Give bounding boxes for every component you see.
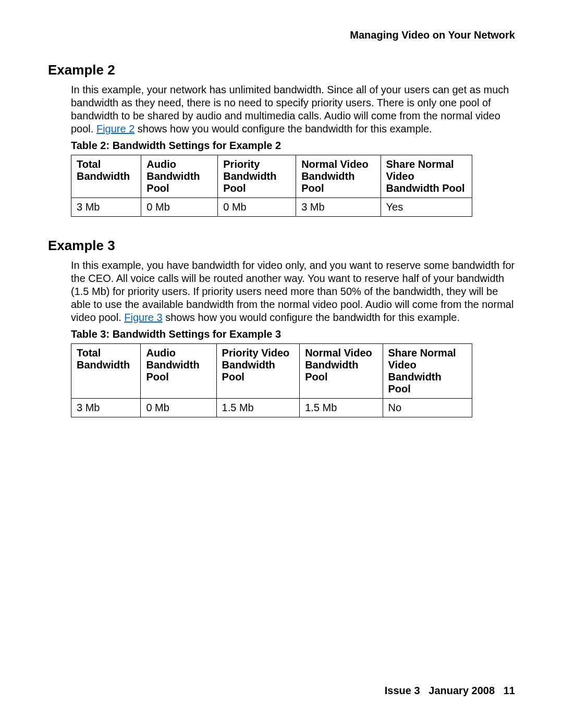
table-header-cell: Total Bandwidth (71, 344, 141, 399)
figure-3-link[interactable]: Figure 3 (124, 312, 162, 323)
table-cell: 3 Mb (296, 198, 381, 217)
table-header-cell: Normal Video Bandwidth Pool (296, 155, 381, 198)
table-cell: 1.5 Mb (216, 399, 300, 417)
footer-issue: Issue 3 (385, 685, 420, 696)
table-header-cell: Share Normal Video Bandwidth Pool (381, 155, 472, 198)
table-header-cell: Priority Bandwidth Pool (218, 155, 296, 198)
table-header-cell: Share Normal Video Bandwidth Pool (383, 344, 472, 399)
example-2-paragraph: In this example, your network has unlimi… (71, 83, 515, 135)
table-cell: No (383, 399, 472, 417)
example-3-paragraph: In this example, you have bandwidth for … (71, 259, 515, 324)
figure-2-link[interactable]: Figure 2 (96, 123, 134, 134)
table-3: Total Bandwidth Audio Bandwidth Pool Pri… (71, 343, 472, 417)
table-2-caption: Table 2: Bandwidth Settings for Example … (71, 140, 515, 152)
document-page: Managing Video on Your Network Example 2… (0, 0, 563, 728)
table-header-cell: Audio Bandwidth Pool (141, 155, 218, 198)
example-3-text-after: shows how you would configure the bandwi… (163, 312, 460, 323)
table-row: Total Bandwidth Audio Bandwidth Pool Pri… (71, 155, 472, 198)
page-footer: Issue 3 January 2008 11 (385, 685, 515, 697)
table-header-cell: Total Bandwidth (71, 155, 141, 198)
table-cell: 1.5 Mb (300, 399, 383, 417)
table-header-cell: Priority Video Bandwidth Pool (216, 344, 300, 399)
table-2: Total Bandwidth Audio Bandwidth Pool Pri… (71, 155, 472, 217)
example-2-heading: Example 2 (48, 62, 515, 78)
page-header: Managing Video on Your Network (48, 29, 515, 41)
table-header-cell: Audio Bandwidth Pool (141, 344, 216, 399)
table-cell: 0 Mb (218, 198, 296, 217)
table-row: 3 Mb 0 Mb 1.5 Mb 1.5 Mb No (71, 399, 472, 417)
table-cell: 3 Mb (71, 399, 141, 417)
table-cell: 0 Mb (141, 198, 218, 217)
example-2-text-after: shows how you would configure the bandwi… (134, 123, 432, 134)
footer-page-number: 11 (504, 685, 515, 696)
example-3-heading: Example 3 (48, 238, 515, 254)
table-row: Total Bandwidth Audio Bandwidth Pool Pri… (71, 344, 472, 399)
table-row: 3 Mb 0 Mb 0 Mb 3 Mb Yes (71, 198, 472, 217)
footer-date: January 2008 (429, 685, 495, 696)
table-cell: 3 Mb (71, 198, 141, 217)
table-cell: Yes (381, 198, 472, 217)
table-3-caption: Table 3: Bandwidth Settings for Example … (71, 328, 515, 340)
table-header-cell: Normal Video Bandwidth Pool (300, 344, 383, 399)
table-cell: 0 Mb (141, 399, 216, 417)
